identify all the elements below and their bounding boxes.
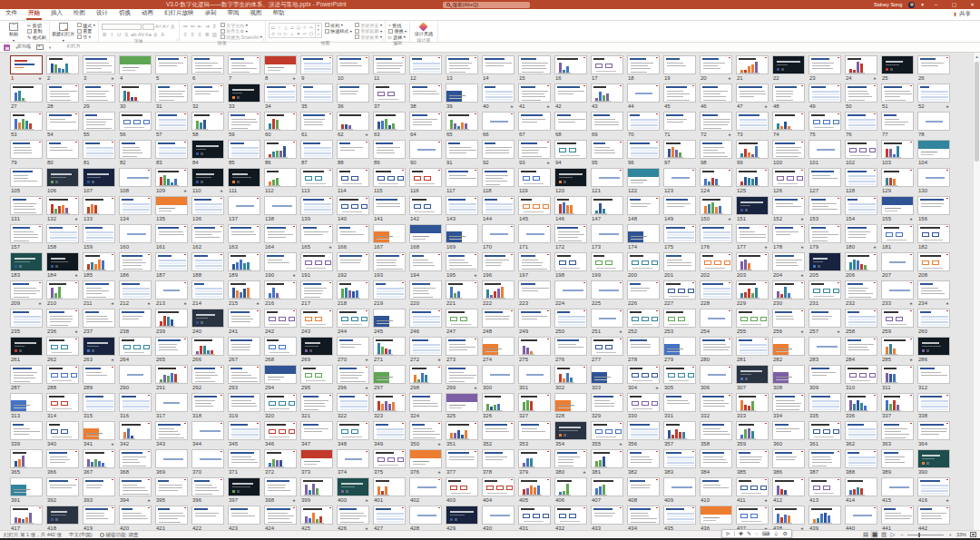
slide-thumbnail[interactable] xyxy=(736,280,769,299)
slide-thumbnail[interactable] xyxy=(46,337,79,356)
slide-thumbnail[interactable] xyxy=(591,196,623,215)
slide-thumbnail[interactable] xyxy=(591,449,623,468)
align-center-icon[interactable]: ≡ xyxy=(190,32,196,38)
slide-thumbnail[interactable] xyxy=(518,421,551,440)
slide-thumbnail[interactable] xyxy=(845,224,877,243)
slide-thumbnail[interactable] xyxy=(772,83,805,103)
slide-thumbnail[interactable] xyxy=(482,55,514,74)
slide-thumbnail[interactable] xyxy=(191,393,224,412)
slide-thumbnail[interactable] xyxy=(591,337,623,356)
slide-thumbnail[interactable] xyxy=(300,309,333,328)
slide-thumbnail[interactable] xyxy=(446,506,478,525)
shape-glyph[interactable]: ⌂ xyxy=(289,31,295,37)
shape-glyph[interactable]: ✦ xyxy=(295,31,301,37)
cursor-icon[interactable]: ⊳ xyxy=(726,530,730,538)
slide-thumbnail[interactable] xyxy=(917,393,950,412)
slide-thumbnail[interactable] xyxy=(155,196,188,215)
slide-thumbnail[interactable] xyxy=(300,112,333,131)
slide-thumbnail[interactable] xyxy=(518,365,551,384)
slide-thumbnail[interactable] xyxy=(409,55,442,74)
share-button[interactable]: ⬆ 共享 xyxy=(953,10,971,20)
slide-thumbnail[interactable] xyxy=(46,421,79,440)
slide-thumbnail[interactable] xyxy=(409,421,442,440)
slide-thumbnail[interactable] xyxy=(881,393,914,412)
slide-thumbnail[interactable] xyxy=(845,337,877,356)
slide-thumbnail[interactable] xyxy=(518,506,551,525)
shape-outline-button[interactable]: 形状轮廓▾ xyxy=(355,29,382,34)
slide-thumbnail[interactable] xyxy=(228,506,260,525)
slide-thumbnail[interactable] xyxy=(46,309,79,328)
slide-thumbnail[interactable] xyxy=(264,337,297,356)
align-left-icon[interactable]: ≡ xyxy=(182,32,189,38)
slide-thumbnail[interactable] xyxy=(736,449,769,468)
slide-thumbnail[interactable] xyxy=(845,421,877,440)
slide-thumbnail[interactable] xyxy=(881,477,914,496)
slideshow-view-button[interactable]: ▷ xyxy=(888,531,897,538)
shape-glyph[interactable]: ▷ xyxy=(282,31,289,37)
zoom-slider-thumb[interactable] xyxy=(918,533,921,537)
highlight-color-button[interactable]: A̟ xyxy=(152,32,159,38)
slide-thumbnail[interactable] xyxy=(554,280,587,299)
tab-4[interactable]: 设计 xyxy=(91,7,113,20)
slide-thumbnail[interactable] xyxy=(373,280,406,299)
user-name[interactable]: Sidney Song xyxy=(874,2,902,7)
slide-thumbnail[interactable] xyxy=(845,252,877,271)
slide-thumbnail[interactable] xyxy=(264,280,297,299)
slide-thumbnail[interactable] xyxy=(409,140,442,159)
slide-thumbnail[interactable] xyxy=(228,280,260,299)
slide-thumbnail[interactable] xyxy=(228,477,260,496)
slide-thumbnail[interactable] xyxy=(482,337,514,356)
slide-thumbnail[interactable] xyxy=(228,252,260,271)
tab-7[interactable]: 幻灯片放映 xyxy=(159,7,200,20)
slide-thumbnail[interactable] xyxy=(155,83,188,103)
slide-thumbnail[interactable] xyxy=(373,224,406,243)
slide-thumbnail[interactable] xyxy=(337,421,369,440)
shape-glyph[interactable]: ⬭ xyxy=(276,31,282,37)
slide-thumbnail[interactable] xyxy=(881,280,914,299)
slide-thumbnail[interactable] xyxy=(518,112,551,131)
slide-thumbnail[interactable] xyxy=(337,309,369,328)
zoom-out-button[interactable]: − xyxy=(900,532,904,537)
slide-thumbnail[interactable] xyxy=(808,196,841,215)
replace-button[interactable]: 替换▾ xyxy=(388,29,407,34)
slide-thumbnail[interactable] xyxy=(409,449,442,468)
slide-thumbnail[interactable] xyxy=(627,280,660,299)
slide-thumbnail[interactable] xyxy=(917,337,950,356)
slide-thumbnail[interactable] xyxy=(554,421,587,440)
slide-thumbnail[interactable] xyxy=(191,477,224,496)
slide-thumbnail[interactable] xyxy=(700,337,732,356)
tab-6[interactable]: 动画 xyxy=(136,7,159,20)
shape-glyph[interactable]: ▱ xyxy=(289,25,295,31)
slide-thumbnail[interactable] xyxy=(191,55,224,74)
slide-thumbnail[interactable] xyxy=(518,449,551,468)
slide-thumbnail[interactable] xyxy=(881,83,914,103)
slide-thumbnail[interactable] xyxy=(10,421,43,440)
slide-thumbnail[interactable] xyxy=(881,112,914,131)
slide-thumbnail[interactable] xyxy=(83,83,115,103)
slide-thumbnail[interactable] xyxy=(119,252,152,271)
slide-thumbnail[interactable] xyxy=(736,112,769,131)
slide-thumbnail[interactable] xyxy=(845,55,877,74)
slide-thumbnail[interactable] xyxy=(881,309,914,328)
slide-thumbnail[interactable] xyxy=(736,196,769,215)
slide-thumbnail[interactable] xyxy=(300,55,333,74)
slide-thumbnail[interactable] xyxy=(518,168,551,187)
slide-thumbnail[interactable] xyxy=(554,168,587,187)
slide-thumbnail[interactable] xyxy=(772,224,805,243)
slide-thumbnail[interactable] xyxy=(808,83,841,103)
align-right-icon[interactable]: ≡ xyxy=(197,32,203,38)
minimize-button[interactable]: ─ xyxy=(930,0,942,9)
slide-thumbnail[interactable] xyxy=(300,224,333,243)
slide-thumbnail[interactable] xyxy=(373,252,406,271)
slide-thumbnail[interactable] xyxy=(83,196,115,215)
slide-thumbnail[interactable] xyxy=(881,196,914,215)
slide-thumbnail[interactable] xyxy=(373,506,406,525)
slide-thumbnail[interactable] xyxy=(554,309,587,328)
slide-thumbnail[interactable] xyxy=(10,280,43,299)
slide-thumbnail[interactable] xyxy=(446,393,478,412)
slide-thumbnail[interactable] xyxy=(46,393,79,412)
slide-thumbnail[interactable] xyxy=(409,477,442,496)
slide-thumbnail[interactable] xyxy=(518,196,551,215)
search-box[interactable]: 搜索(Alt+Q) xyxy=(443,2,530,8)
format-painter-button[interactable]: ✎格式刷 xyxy=(27,34,46,40)
